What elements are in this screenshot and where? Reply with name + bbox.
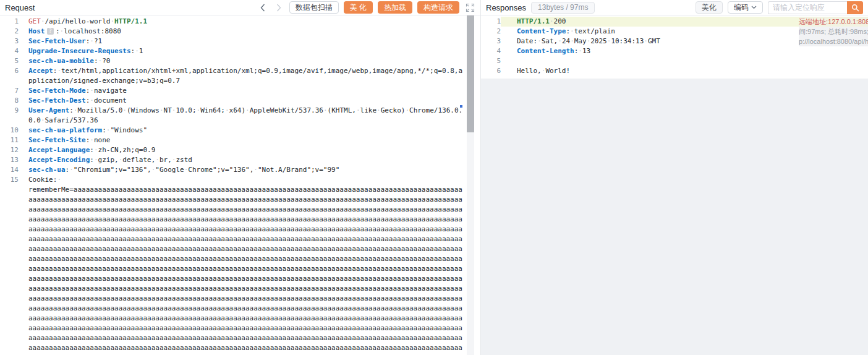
cookie-value[interactable]: rememberMe=aaaaaaaaaaaaaaaaaaaaaaaaaaaaa… [28, 185, 463, 355]
line-number: 12 [0, 145, 19, 155]
fullscreen-button[interactable] [464, 2, 475, 13]
line-number: 1 [481, 17, 501, 27]
line-number: 1 [0, 17, 19, 27]
line-content[interactable]: Accept-Encoding:·gzip,·deflate,·br,·zstd [19, 155, 463, 165]
history-prev-button[interactable] [257, 2, 268, 13]
line-number: 10 [0, 126, 19, 135]
code-line[interactable]: 9User-Agent:·Mozilla/5.0·(Windows·NT·10.… [0, 106, 463, 126]
code-line[interactable]: 4Content-Length:·13 [481, 46, 868, 56]
chevron-left-icon [260, 4, 265, 12]
response-title: Responses [486, 3, 526, 12]
size-time-badge: 13bytes / 97ms [531, 2, 595, 14]
code-line[interactable]: 4Upgrade-Insecure-Requests:·1 [0, 46, 463, 56]
locate-response-search [768, 1, 863, 14]
http-debugger-window: Request 数据包扫描 美 化 热加载 构造请求 1GET·/api/hel… [0, 0, 868, 355]
chevron-down-icon [751, 6, 757, 9]
line-content[interactable]: Accept:·text/html,application/xhtml+xml,… [19, 66, 463, 86]
encoding-dropdown-label: 编码 [734, 2, 749, 13]
request-scrollbar[interactable] [467, 15, 474, 355]
response-header: Responses 13bytes / 97ms 美化 编码 [481, 0, 868, 15]
line-content[interactable]: Sec-Fetch-Site:·none [19, 135, 463, 145]
line-number: 9 [0, 106, 19, 126]
code-line[interactable]: 11Sec-Fetch-Site:·none [0, 135, 463, 145]
line-number: 2 [481, 27, 501, 36]
encoding-dropdown[interactable]: 编码 [728, 1, 763, 14]
line-number: 5 [481, 56, 501, 66]
line-content[interactable]: sec-ch-ua-platform:·"Windows" [19, 126, 463, 135]
request-editor[interactable]: 1GET·/api/hello-world·HTTP/1.12Host?:·lo… [0, 15, 480, 355]
search-button[interactable] [847, 1, 863, 14]
line-content[interactable]: sec-ch-ua-mobile:·?0 [19, 56, 463, 66]
line-number: 15 [0, 175, 19, 355]
response-editor[interactable]: 1HTTP/1.1·2002Content-Type:·text/plain3D… [481, 15, 868, 355]
code-line[interactable]: 15Cookie:·rememberMe=aaaaaaaaaaaaaaaaaaa… [0, 175, 463, 355]
line-number: 4 [481, 46, 501, 56]
code-line[interactable]: 8Sec-Fetch-Dest:·document [0, 96, 463, 106]
request-header: Request 数据包扫描 美 化 热加载 构造请求 [0, 0, 480, 15]
timing-text: 间:97ms; 总耗时:98ms; U [799, 27, 868, 36]
code-line[interactable]: 6Accept:·text/html,application/xhtml+xml… [0, 66, 463, 86]
line-number: 4 [0, 46, 19, 56]
line-number: 6 [481, 66, 501, 76]
line-number: 3 [481, 36, 501, 46]
code-line[interactable]: 3Sec-Fetch-User:·?1 [0, 36, 463, 46]
line-number: 2 [0, 27, 19, 36]
hot-reload-button[interactable]: 热加载 [378, 1, 412, 14]
expand-icon [466, 3, 475, 12]
line-number: 13 [0, 155, 19, 165]
line-number: 8 [0, 96, 19, 106]
code-line[interactable]: 5sec-ch-ua-mobile:·?0 [0, 56, 463, 66]
request-title: Request [5, 3, 35, 12]
request-code[interactable]: 1GET·/api/hello-world·HTTP/1.12Host?:·lo… [0, 15, 463, 355]
response-info-overlay: 远端地址:127.0.0.1:8080; 间:97ms; 总耗时:98ms; U… [799, 17, 868, 46]
beautify-request-button[interactable]: 美 化 [344, 1, 373, 14]
code-line[interactable]: 1GET·/api/hello-world·HTTP/1.1 [0, 17, 463, 27]
remote-address-text: 远端地址:127.0.0.1:8080; [799, 17, 868, 27]
packet-scan-button[interactable]: 数据包扫描 [289, 1, 339, 14]
code-line[interactable]: 2Host?:·localhost:8080 [0, 27, 463, 36]
line-content[interactable]: Accept-Language:·zh-CN,zh;q=0.9 [19, 145, 463, 155]
code-line[interactable]: 14sec-ch-ua:·"Chromium";v="136",·"Google… [0, 165, 463, 175]
line-content[interactable]: GET·/api/hello-world·HTTP/1.1 [19, 17, 463, 27]
beautify-response-button[interactable]: 美化 [696, 1, 723, 14]
line-content[interactable]: Hello,·World! [501, 66, 868, 76]
line-content[interactable]: Sec-Fetch-Dest:·document [19, 96, 463, 106]
request-scrollbar-thumb[interactable] [467, 15, 474, 132]
line-number: 11 [0, 135, 19, 145]
overview-ruler-marker [460, 105, 462, 108]
chevron-right-icon [276, 4, 281, 12]
search-icon [851, 4, 859, 12]
history-next-button[interactable] [273, 2, 284, 13]
code-line[interactable]: 7Sec-Fetch-Mode:·navigate [0, 86, 463, 96]
line-content[interactable]: Sec-Fetch-Mode:·navigate [19, 86, 463, 96]
build-request-button[interactable]: 构造请求 [417, 1, 459, 14]
line-number: 5 [0, 56, 19, 66]
line-number: 6 [0, 66, 19, 86]
code-line[interactable]: 10sec-ch-ua-platform:·"Windows" [0, 126, 463, 135]
line-number: 3 [0, 36, 19, 46]
line-content[interactable]: Content-Length:·13 [501, 46, 868, 56]
line-content[interactable]: Cookie:·rememberMe=aaaaaaaaaaaaaaaaaaaaa… [19, 175, 463, 355]
line-number: 7 [0, 86, 19, 96]
line-content[interactable]: User-Agent:·Mozilla/5.0·(Windows·NT·10.0… [19, 106, 463, 126]
line-number: 14 [0, 165, 19, 175]
code-line[interactable]: 6Hello,·World! [481, 66, 868, 76]
request-url-text: p://localhost:8080/api/he [799, 36, 868, 46]
code-line[interactable]: 12Accept-Language:·zh-CN,zh;q=0.9 [0, 145, 463, 155]
code-line[interactable]: 13Accept-Encoding:·gzip,·deflate,·br,·zs… [0, 155, 463, 165]
request-panel: Request 数据包扫描 美 化 热加载 构造请求 1GET·/api/hel… [0, 0, 481, 355]
line-content[interactable] [501, 56, 868, 66]
line-content[interactable]: Sec-Fetch-User:·?1 [19, 36, 463, 46]
response-panel: Responses 13bytes / 97ms 美化 编码 1HTTP/1.1… [481, 0, 868, 355]
locate-response-input[interactable] [768, 1, 847, 14]
line-content[interactable]: Upgrade-Insecure-Requests:·1 [19, 46, 463, 56]
line-content[interactable]: Host?:·localhost:8080 [19, 27, 463, 36]
code-line[interactable]: 5 [481, 56, 868, 66]
line-content[interactable]: sec-ch-ua:·"Chromium";v="136",·"Google·C… [19, 165, 463, 175]
